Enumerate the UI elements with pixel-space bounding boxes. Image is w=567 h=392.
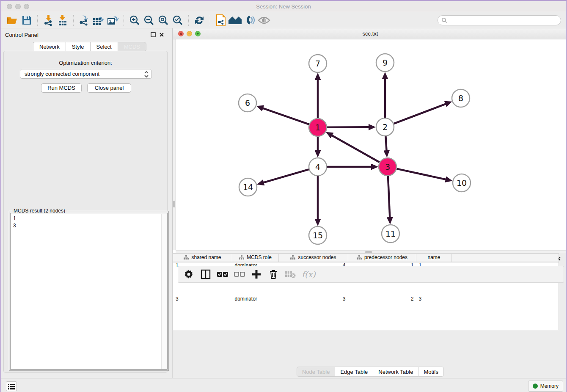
control-panel-title: Control Panel [5,32,39,38]
node-9[interactable]: 9 [376,54,394,72]
toolbar-separator [210,15,210,26]
delete-table-icon[interactable] [285,269,296,280]
show-networks-icon[interactable] [228,14,242,27]
node-4[interactable]: 4 [309,158,327,176]
optimization-criterion-select[interactable]: strongly connected component [20,69,152,79]
node-15[interactable]: 15 [309,226,327,244]
network-graph[interactable]: 7968124314101511 [173,39,567,253]
node-6[interactable]: 6 [239,94,256,112]
edge-2-3[interactable] [385,136,386,151]
hierarchy-icon [290,255,295,260]
show-hide-icon[interactable] [257,14,271,27]
mcds-result-list[interactable]: 13 [10,213,168,370]
zoom-selected-icon[interactable] [171,14,185,27]
node-3[interactable]: 3 [379,158,396,176]
memory-status-icon [533,384,538,389]
save-session-icon[interactable] [19,14,34,27]
hierarchy-icon [239,255,244,260]
zoom-window-icon[interactable] [24,4,29,9]
column-header-successor-nodes[interactable]: successor nodes [279,254,348,262]
toolbar-separator [73,15,74,26]
edge-3-10[interactable] [396,169,446,179]
hierarchy-icon [357,255,362,260]
column-header-name[interactable]: name [416,254,452,262]
cell-name: 3 [416,296,452,330]
search-field[interactable] [438,15,561,25]
edge-3-11[interactable] [388,176,390,218]
close-window-icon[interactable] [7,4,12,9]
toolbar-separator [37,15,38,26]
tab-node-table[interactable]: Node Table [297,367,335,377]
export-table-icon[interactable] [91,14,106,27]
chevron-updown-icon [144,71,149,77]
network-canvas[interactable]: 7968124314101511 [173,39,567,253]
edge-4-14[interactable] [263,169,309,183]
tab-network[interactable]: Network [33,42,66,51]
open-session-icon[interactable] [5,14,19,27]
export-image-icon[interactable] [106,14,120,27]
scrollbar-thumb[interactable] [173,201,175,207]
float-panel-icon[interactable] [151,32,156,37]
task-history-button[interactable] [6,381,17,391]
table-tabs: Node TableEdge TableNetwork TableMotifs [173,367,567,377]
close-network-icon[interactable]: ✕ [178,31,184,36]
node-1[interactable]: 1 [309,119,327,136]
tab-edge-table[interactable]: Edge Table [335,367,373,377]
import-network-icon[interactable] [41,14,55,27]
duplicate-network-icon[interactable] [214,14,228,27]
close-panel-button[interactable]: Close panel [87,83,131,93]
node-2[interactable]: 2 [376,118,394,136]
edge-2-8[interactable] [394,104,446,124]
gear-icon[interactable] [183,269,194,280]
style-brush-icon[interactable] [242,14,257,27]
scrollbar-track[interactable] [161,214,167,369]
run-mcds-button[interactable]: Run MCDS [41,83,82,93]
toolbar-separator [188,15,189,26]
column-header-shared-name[interactable]: shared name [173,254,232,262]
network-window-titlebar: ✕ − + scc.txt [173,28,567,39]
deselect-all-icon[interactable] [234,269,245,280]
import-table-icon[interactable] [55,14,70,27]
zoom-network-icon[interactable]: + [195,31,201,36]
tab-select[interactable]: Select [90,42,118,51]
function-builder-icon[interactable]: f(x) [302,270,316,279]
tab-motifs[interactable]: Motifs [418,367,444,377]
node-8[interactable]: 8 [452,89,470,107]
edge-3-1[interactable] [331,135,380,162]
memory-button[interactable]: Memory [528,381,563,392]
tab-network-table[interactable]: Network Table [373,367,418,377]
vertical-scrollbar[interactable] [173,39,176,250]
export-network-icon[interactable] [77,14,91,27]
mcds-panel: Optimization criterion: strongly connect… [3,51,168,373]
node-10[interactable]: 10 [453,174,471,192]
columns-icon[interactable] [200,269,211,280]
close-panel-icon[interactable] [159,32,164,37]
hierarchy-icon [184,255,189,260]
zoom-fit-icon[interactable] [156,14,171,27]
minimize-network-icon[interactable]: − [187,31,192,36]
edge-1-2[interactable] [327,127,369,127]
minimize-window-icon[interactable] [15,4,21,9]
zoom-out-icon[interactable] [142,14,156,27]
column-header-MCDS-role[interactable]: MCDS role [232,254,279,262]
horizontal-scrollbar[interactable] [176,250,567,253]
mcds-result-group: MCDS result (2 nodes) 13 [9,211,169,371]
node-7[interactable]: 7 [309,55,327,72]
node-table[interactable]: shared nameMCDS rolesuccessor nodesprede… [173,253,559,330]
delete-column-icon[interactable] [268,269,279,280]
refresh-layout-icon[interactable] [192,14,206,27]
edge-1-6[interactable] [262,108,309,124]
column-header-predecessor-nodes[interactable]: predecessor nodes [348,254,416,262]
tab-mcds[interactable]: MCDS [118,42,146,51]
add-column-icon[interactable] [251,269,262,280]
zoom-in-icon[interactable] [127,14,142,27]
table-row[interactable]: 3dominator323 [173,296,559,330]
tab-style[interactable]: Style [66,42,90,51]
select-all-icon[interactable] [217,269,228,280]
status-bar: Memory [1,378,566,392]
search-input[interactable] [447,16,561,25]
svg-text:9: 9 [383,58,388,67]
node-14[interactable]: 14 [239,178,257,196]
node-11[interactable]: 11 [382,225,399,243]
svg-text:3: 3 [385,162,390,171]
